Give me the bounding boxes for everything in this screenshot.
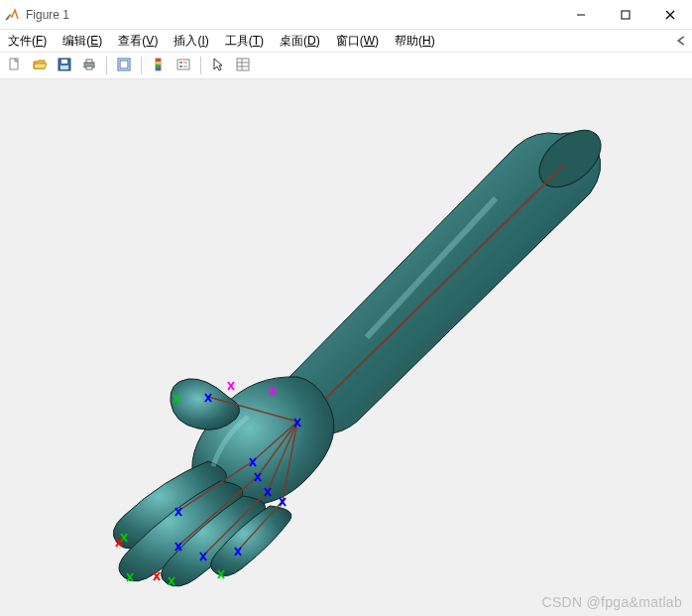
toolbar-separator — [141, 57, 142, 74]
svg-rect-16 — [156, 64, 161, 67]
insert-colorbar-button[interactable] — [148, 55, 170, 76]
svg-rect-1 — [622, 11, 630, 19]
menu-edit[interactable]: 编辑(E) — [58, 31, 106, 52]
save-button[interactable] — [54, 55, 75, 76]
legend-icon — [175, 57, 191, 75]
toolbar-separator — [200, 57, 201, 74]
svg-rect-7 — [60, 65, 68, 69]
property-inspector-icon — [235, 57, 251, 75]
menu-window[interactable]: 窗口(W) — [332, 31, 383, 52]
new-figure-button[interactable] — [4, 55, 26, 76]
menu-file[interactable]: 文件(F) — [4, 31, 51, 52]
svg-rect-15 — [156, 62, 161, 64]
svg-rect-9 — [86, 60, 92, 62]
menu-help[interactable]: 帮助(H) — [391, 31, 439, 52]
figure-canvas[interactable]: CSDN @fpga&matlab — [0, 79, 692, 616]
menubar-overflow-icon[interactable] — [674, 34, 688, 48]
close-button[interactable] — [647, 0, 692, 29]
hand-arm-3d-rendering — [0, 79, 692, 616]
new-icon — [7, 57, 23, 75]
window-title: Figure 1 — [26, 8, 558, 22]
svg-rect-12 — [120, 61, 128, 68]
menu-tools[interactable]: 工具(T) — [221, 31, 268, 52]
edit-plot-button[interactable] — [207, 55, 229, 76]
toolbar-separator — [106, 57, 107, 74]
menu-insert[interactable]: 插入(I) — [170, 31, 212, 52]
print-icon — [81, 57, 97, 75]
link-plot-button[interactable] — [113, 55, 135, 76]
window-controls — [558, 0, 692, 29]
svg-rect-10 — [86, 66, 92, 69]
minimize-button[interactable] — [558, 0, 603, 29]
open-property-inspector-button[interactable] — [232, 55, 254, 76]
maximize-button[interactable] — [603, 0, 647, 29]
svg-rect-14 — [156, 59, 161, 62]
menu-view[interactable]: 查看(V) — [114, 31, 162, 52]
save-icon — [57, 57, 72, 75]
menu-desktop[interactable]: 桌面(D) — [276, 31, 324, 52]
svg-rect-6 — [61, 60, 67, 63]
print-button[interactable] — [78, 55, 100, 76]
svg-line-28 — [307, 164, 565, 417]
colorbar-icon — [151, 57, 167, 75]
titlebar: Figure 1 — [0, 0, 692, 30]
svg-rect-17 — [156, 67, 161, 70]
svg-rect-18 — [177, 60, 189, 69]
insert-legend-button[interactable] — [173, 55, 194, 76]
open-button[interactable] — [29, 55, 51, 76]
menubar: 文件(F) 编辑(E) 查看(V) 插入(I) 工具(T) 桌面(D) 窗口(W… — [0, 30, 692, 52]
svg-rect-23 — [237, 59, 249, 70]
pointer-icon — [210, 57, 226, 75]
matlab-app-icon — [4, 7, 20, 23]
toolbar — [0, 52, 692, 79]
link-plot-icon — [116, 57, 132, 75]
open-icon — [32, 57, 48, 75]
